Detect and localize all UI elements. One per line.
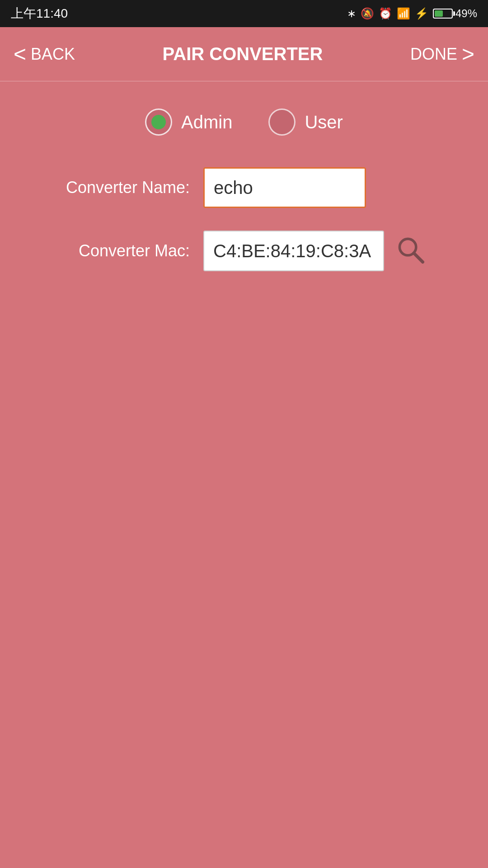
nav-bar: < BACK PAIR CONVERTER DONE >: [0, 27, 488, 81]
admin-radio-label: Admin: [181, 112, 232, 132]
back-button[interactable]: < BACK: [14, 43, 75, 65]
forward-chevron-icon: >: [462, 43, 474, 65]
done-button[interactable]: DONE >: [410, 43, 474, 65]
main-content: Admin User Converter Name: Converter Mac…: [0, 81, 488, 321]
bluetooth-icon: ∗: [347, 7, 356, 20]
converter-name-input[interactable]: [203, 167, 366, 208]
battery-icon: [433, 9, 453, 19]
page-title: PAIR CONVERTER: [163, 44, 323, 64]
user-radio-option[interactable]: User: [268, 108, 343, 136]
search-button[interactable]: [391, 231, 432, 271]
converter-mac-label: Converter Mac:: [36, 241, 190, 260]
role-radio-group: Admin User: [36, 108, 452, 136]
battery-container: 49%: [433, 7, 477, 20]
converter-mac-field: Converter Mac:: [36, 231, 452, 271]
admin-radio-circle[interactable]: [145, 108, 172, 136]
status-icons: ∗ 🔕 ⏰ 📶 ⚡ 49%: [347, 7, 477, 20]
alarm-icon: 🔕: [361, 7, 374, 20]
admin-radio-dot: [151, 115, 166, 129]
status-bar: 上午11:40 ∗ 🔕 ⏰ 📶 ⚡ 49%: [0, 0, 488, 27]
search-icon: [396, 235, 427, 267]
status-time: 上午11:40: [11, 5, 68, 22]
back-chevron-icon: <: [14, 43, 26, 65]
battery-percent: 49%: [455, 7, 477, 20]
clock-icon: ⏰: [379, 7, 392, 20]
user-radio-circle[interactable]: [268, 108, 296, 136]
user-radio-label: User: [305, 112, 343, 132]
converter-name-field: Converter Name:: [36, 167, 452, 208]
done-label: DONE: [410, 45, 457, 64]
battery-fill: [435, 10, 443, 17]
converter-mac-input[interactable]: [203, 231, 384, 271]
back-label: BACK: [31, 45, 75, 64]
converter-name-label: Converter Name:: [36, 178, 190, 197]
svg-line-1: [414, 253, 423, 262]
signal-icon: 📶: [397, 7, 410, 20]
charging-icon: ⚡: [415, 7, 428, 20]
admin-radio-option[interactable]: Admin: [145, 108, 232, 136]
